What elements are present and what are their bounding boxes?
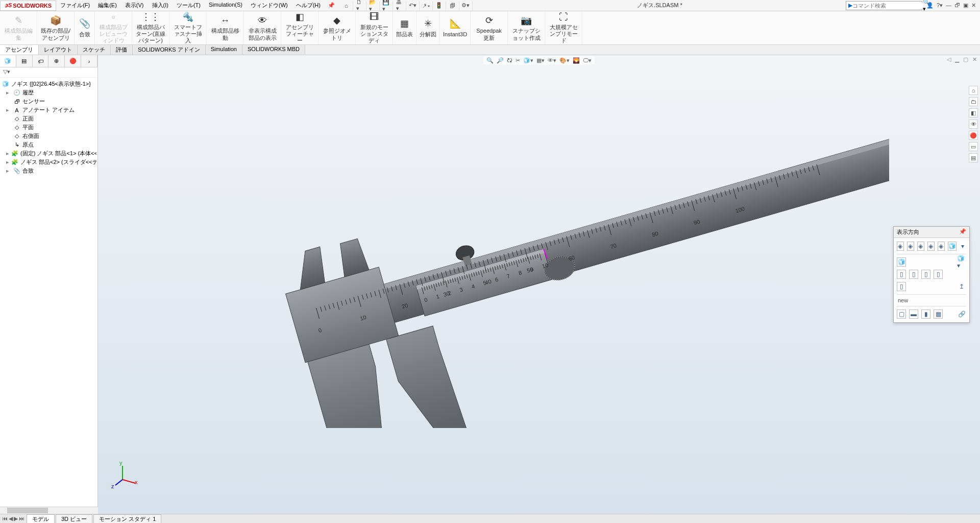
viewport-2h-icon[interactable]: ▬ [909, 310, 918, 319]
mdi-min-icon[interactable]: ▁ [955, 56, 959, 63]
viewport-2v-icon[interactable]: ▮ [921, 310, 930, 319]
viewport-link-icon[interactable]: 🔗 [957, 310, 966, 319]
tab-first-icon[interactable]: ⏮ [2, 515, 8, 522]
orient-cube-icon[interactable]: 🧊▾ [957, 257, 966, 267]
print-icon[interactable]: 🖶▾ [396, 1, 406, 10]
ribbon-tab-SOLIDWORKS MBD[interactable]: SOLIDWORKS MBD [242, 45, 305, 55]
rebuild-icon[interactable]: 🚦 [436, 1, 446, 10]
select-icon[interactable]: ⭷▾ [423, 1, 433, 10]
view-orientation-dialog[interactable]: 表示方向 📌 ◈ ◈ ◈ ◈ ◈ 🧊 ▾ 🧊 🧊▾ [893, 226, 970, 323]
tab-last-icon[interactable]: ⏭ [19, 515, 24, 522]
tree-root[interactable]: 🧊 ノギス {[02]26.45<表示状態-1>} [1, 80, 96, 88]
taskpane-forum-icon[interactable]: ▤ [969, 153, 978, 162]
bottom-tab-3D ビュー[interactable]: 3D ビュー [56, 514, 92, 524]
ribbon-スマートファスナー挿入[interactable]: 🔩スマートファスナー挿入 [169, 11, 207, 44]
ribbon-tab-スケッチ[interactable]: スケッチ [78, 45, 111, 55]
fm-tab-4[interactable]: ⊕ [48, 55, 65, 67]
menu-ツール(T)[interactable]: ツール(T) [173, 0, 205, 11]
fm-tab-more[interactable]: › [81, 55, 97, 67]
ribbon-構成部品パターン(直線パターン)[interactable]: ⋮⋮構成部品パターン(直線パターン) [132, 11, 169, 44]
prev-view-icon[interactable]: 🗘 [507, 57, 512, 64]
tab-prev-icon[interactable]: ◀ [9, 515, 13, 522]
tree-item[interactable]: ◇正面 [1, 114, 96, 123]
ribbon-参照ジオメトリ[interactable]: ◆参照ジオメトリ [318, 11, 356, 44]
fm-tab-2[interactable]: ▤ [16, 55, 33, 67]
ribbon-非表示構成部品の表示[interactable]: 👁非表示構成部品の表示 [244, 11, 281, 44]
search-input[interactable] [852, 3, 923, 9]
ribbon-tab-レイアウト[interactable]: レイアウト [39, 45, 78, 55]
orient-back-icon[interactable]: ▯ [909, 270, 918, 279]
ribbon-tab-Simulation[interactable]: Simulation [206, 45, 242, 55]
orient-top-icon[interactable]: ▯ [897, 282, 906, 291]
orient-icon[interactable]: 🧊▾ [523, 57, 533, 64]
ribbon-tab-評価[interactable]: 評価 [111, 45, 133, 55]
tree-item[interactable]: ▸🕘履歴 [1, 88, 96, 97]
ribbon-新規のモーションスタディ[interactable]: 🎞新規のモーションスタディ [356, 11, 393, 44]
orient-front-icon[interactable]: ▯ [897, 270, 906, 279]
ribbon-スナップショット作成[interactable]: 📷スナップショット作成 [508, 11, 545, 44]
ribbon-アセンブリフィーチャー[interactable]: ◧アセンブリフィーチャー [281, 11, 318, 44]
taskpane-view-icon[interactable]: 👁 [969, 120, 978, 129]
section-icon[interactable]: ✂ [516, 57, 520, 64]
menu-編集(E)[interactable]: 編集(E) [94, 0, 121, 11]
tree-item[interactable]: ▸📎合致 [1, 167, 96, 175]
ribbon-大規模アセンブリモード[interactable]: ⛶大規模アセンブリモード [545, 11, 582, 44]
mdi-prev-icon[interactable]: ◁ [947, 56, 951, 63]
orient-btn-4[interactable]: ◈ [927, 242, 935, 251]
menu-ウィンドウ(W)[interactable]: ウィンドウ(W) [247, 0, 292, 11]
tree-item[interactable]: ↳原点 [1, 140, 96, 149]
ribbon-tab-アセンブリ[interactable]: アセンブリ [0, 45, 39, 55]
menu-ヘルプ(H)[interactable]: ヘルプ(H) [292, 0, 325, 11]
menu-挿入(I)[interactable]: 挿入(I) [148, 0, 173, 11]
zoom-area-icon[interactable]: 🔎 [497, 57, 504, 64]
tree-item[interactable]: 🗗センサー [1, 97, 96, 106]
render-icon[interactable]: 🖵▾ [583, 57, 592, 64]
ribbon-構成部品移動[interactable]: ↔構成部品移動 [207, 11, 244, 44]
viewport-4-icon[interactable]: ▦ [934, 310, 943, 319]
orient-iso-icon[interactable]: 🧊 [897, 257, 906, 267]
fm-tab-3[interactable]: 🏷 [33, 55, 49, 67]
tab-next-icon[interactable]: ▶ [14, 515, 18, 522]
tree-item[interactable]: ◇平面 [1, 123, 96, 132]
zoom-fit-icon[interactable]: 🔍 [486, 57, 494, 64]
bottom-tab-モーション スタディ 1[interactable]: モーション スタディ 1 [93, 514, 161, 524]
options-icon[interactable]: 🗐 [449, 1, 459, 10]
settings-icon[interactable]: ⚙▾ [462, 1, 473, 10]
restore-icon[interactable]: 🗗 [954, 2, 960, 9]
ribbon-Speedpak更新[interactable]: ⟳Speedpak更新 [471, 11, 508, 44]
ribbon-Instant3D[interactable]: 📐Instant3D [440, 11, 471, 44]
orient-btn-1[interactable]: ◈ [897, 242, 904, 251]
orientation-new-label[interactable]: new [897, 296, 966, 304]
save-icon[interactable]: 💾▾ [383, 1, 393, 10]
ribbon-分解図[interactable]: ✳分解図 [416, 11, 440, 44]
tree-item[interactable]: ◇右側面 [1, 132, 96, 140]
menu-Simulation(S)[interactable]: Simulation(S) [205, 0, 247, 11]
display-style-icon[interactable]: ▦▾ [536, 57, 545, 64]
hide-show-icon[interactable]: 👁▾ [548, 57, 556, 64]
mdi-close-icon[interactable]: ✕ [972, 56, 977, 63]
taskpane-library-icon[interactable]: ◧ [969, 108, 978, 117]
orient-btn-2[interactable]: ◈ [907, 242, 914, 251]
orient-btn-6[interactable]: 🧊 [948, 242, 957, 251]
command-search[interactable]: ▶ 🔍▾ [846, 1, 922, 10]
user-icon[interactable]: 👤 [926, 2, 934, 9]
ribbon-合致[interactable]: 📎合致 [75, 11, 95, 44]
orientation-title-bar[interactable]: 表示方向 📌 [894, 227, 969, 238]
undo-icon[interactable]: ↶▾ [409, 1, 420, 10]
orientation-pin-icon[interactable]: 📌 [959, 228, 966, 236]
appearance-icon[interactable]: 🎨▾ [559, 57, 570, 64]
orient-right-icon[interactable]: ▯ [934, 270, 943, 279]
ribbon-tab-SOLIDWORKS アドイン[interactable]: SOLIDWORKS アドイン [133, 45, 206, 55]
orient-btn-5[interactable]: ◈ [938, 242, 945, 251]
graphics-viewport[interactable]: 🔍 🔎 🗘 ✂ 🧊▾ ▦▾ 👁▾ 🎨▾ 🌄 🖵▾ ◁ ▁ ▢ ✕ [98, 55, 980, 514]
mdi-max-icon[interactable]: ▢ [963, 56, 968, 63]
menu-ファイル(F)[interactable]: ファイル(F) [56, 0, 94, 11]
orient-btn-3[interactable]: ◈ [917, 242, 924, 251]
orient-axis-icon[interactable]: ↥ [957, 282, 966, 291]
fm-tab-5[interactable]: 🔴 [65, 55, 81, 67]
taskpane-home-icon[interactable]: ⌂ [969, 86, 978, 95]
orientation-triad[interactable]: y x z [112, 462, 138, 488]
taskpane-appearance-icon[interactable]: 🔴 [969, 131, 978, 140]
feature-panel-scrollbar[interactable] [0, 507, 98, 514]
pin-icon[interactable]: 📌 [325, 2, 338, 9]
